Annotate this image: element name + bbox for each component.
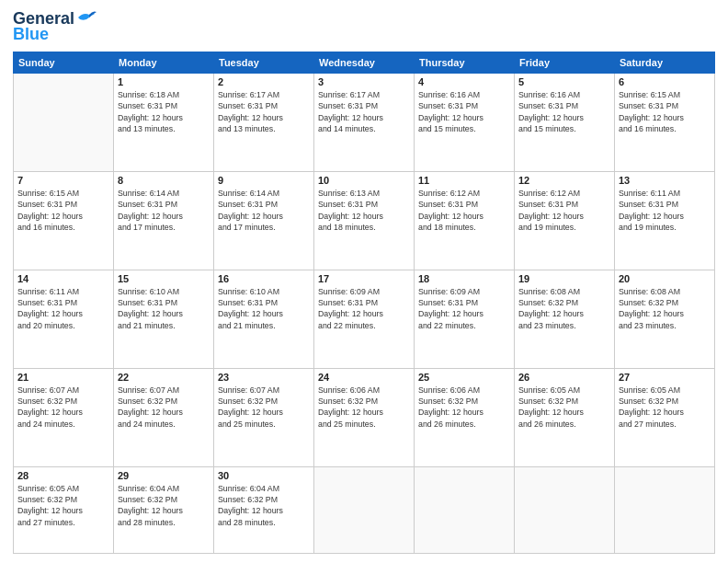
calendar-week-row-2: 14Sunrise: 6:11 AM Sunset: 6:31 PM Dayli… (14, 270, 715, 368)
calendar-header-saturday: Saturday (615, 52, 715, 74)
calendar-cell: 14Sunrise: 6:11 AM Sunset: 6:31 PM Dayli… (14, 270, 114, 368)
calendar-table: SundayMondayTuesdayWednesdayThursdayFrid… (13, 52, 715, 554)
day-info: Sunrise: 6:16 AM Sunset: 6:31 PM Dayligh… (418, 89, 510, 134)
day-info: Sunrise: 6:14 AM Sunset: 6:31 PM Dayligh… (218, 188, 310, 233)
day-number: 25 (418, 372, 510, 383)
calendar-header-tuesday: Tuesday (214, 52, 314, 74)
day-info: Sunrise: 6:09 AM Sunset: 6:31 PM Dayligh… (318, 286, 410, 331)
header: General Blue (13, 9, 715, 44)
calendar-header-friday: Friday (515, 52, 615, 74)
calendar-cell: 26Sunrise: 6:05 AM Sunset: 6:32 PM Dayli… (515, 368, 615, 466)
logo-bird-icon (76, 10, 97, 25)
day-info: Sunrise: 6:05 AM Sunset: 6:32 PM Dayligh… (17, 483, 109, 528)
calendar-cell (515, 466, 615, 553)
calendar-cell: 22Sunrise: 6:07 AM Sunset: 6:32 PM Dayli… (114, 368, 214, 466)
day-number: 2 (218, 76, 310, 87)
calendar-cell: 7Sunrise: 6:15 AM Sunset: 6:31 PM Daylig… (14, 171, 114, 270)
day-number: 18 (418, 273, 510, 284)
day-number: 29 (118, 470, 210, 481)
day-number: 4 (418, 76, 510, 87)
day-info: Sunrise: 6:16 AM Sunset: 6:31 PM Dayligh… (518, 89, 610, 134)
day-number: 24 (318, 372, 410, 383)
calendar-cell: 25Sunrise: 6:06 AM Sunset: 6:32 PM Dayli… (415, 368, 515, 466)
calendar-cell: 20Sunrise: 6:08 AM Sunset: 6:32 PM Dayli… (615, 270, 715, 368)
day-number: 12 (518, 175, 610, 186)
calendar-cell: 30Sunrise: 6:04 AM Sunset: 6:32 PM Dayli… (214, 466, 314, 553)
calendar-cell (615, 466, 715, 553)
day-number: 10 (318, 175, 410, 186)
calendar-week-row-3: 21Sunrise: 6:07 AM Sunset: 6:32 PM Dayli… (14, 368, 715, 466)
day-number: 22 (118, 372, 210, 383)
day-info: Sunrise: 6:12 AM Sunset: 6:31 PM Dayligh… (418, 188, 510, 233)
calendar-header-thursday: Thursday (415, 52, 515, 74)
calendar-header-row: SundayMondayTuesdayWednesdayThursdayFrid… (14, 52, 715, 74)
logo: General Blue (13, 9, 97, 44)
calendar-cell: 5Sunrise: 6:16 AM Sunset: 6:31 PM Daylig… (515, 74, 615, 172)
day-number: 26 (518, 372, 610, 383)
day-number: 19 (518, 273, 610, 284)
calendar-cell (314, 466, 415, 553)
day-info: Sunrise: 6:07 AM Sunset: 6:32 PM Dayligh… (118, 385, 210, 430)
calendar-cell: 10Sunrise: 6:13 AM Sunset: 6:31 PM Dayli… (314, 171, 415, 270)
day-number: 5 (518, 76, 610, 87)
day-info: Sunrise: 6:06 AM Sunset: 6:32 PM Dayligh… (418, 385, 510, 430)
calendar-cell (14, 74, 114, 172)
day-number: 3 (318, 76, 410, 87)
calendar-cell: 13Sunrise: 6:11 AM Sunset: 6:31 PM Dayli… (615, 171, 715, 270)
calendar-cell: 11Sunrise: 6:12 AM Sunset: 6:31 PM Dayli… (415, 171, 515, 270)
calendar-cell: 24Sunrise: 6:06 AM Sunset: 6:32 PM Dayli… (314, 368, 415, 466)
calendar-cell: 19Sunrise: 6:08 AM Sunset: 6:32 PM Dayli… (515, 270, 615, 368)
day-info: Sunrise: 6:17 AM Sunset: 6:31 PM Dayligh… (318, 89, 410, 134)
calendar-cell: 21Sunrise: 6:07 AM Sunset: 6:32 PM Dayli… (14, 368, 114, 466)
day-info: Sunrise: 6:10 AM Sunset: 6:31 PM Dayligh… (118, 286, 210, 331)
day-number: 6 (619, 76, 711, 87)
calendar-cell: 12Sunrise: 6:12 AM Sunset: 6:31 PM Dayli… (515, 171, 615, 270)
logo-blue: Blue (13, 25, 49, 44)
page-container: General Blue SundayMondayTuesdayWednesda… (0, 0, 728, 563)
calendar-cell: 29Sunrise: 6:04 AM Sunset: 6:32 PM Dayli… (114, 466, 214, 553)
calendar-week-row-4: 28Sunrise: 6:05 AM Sunset: 6:32 PM Dayli… (14, 466, 715, 553)
day-info: Sunrise: 6:15 AM Sunset: 6:31 PM Dayligh… (619, 89, 711, 134)
day-info: Sunrise: 6:10 AM Sunset: 6:31 PM Dayligh… (218, 286, 310, 331)
day-info: Sunrise: 6:13 AM Sunset: 6:31 PM Dayligh… (318, 188, 410, 233)
day-info: Sunrise: 6:04 AM Sunset: 6:32 PM Dayligh… (218, 483, 310, 528)
day-info: Sunrise: 6:17 AM Sunset: 6:31 PM Dayligh… (218, 89, 310, 134)
day-number: 30 (218, 470, 310, 481)
calendar-cell: 6Sunrise: 6:15 AM Sunset: 6:31 PM Daylig… (615, 74, 715, 172)
day-info: Sunrise: 6:12 AM Sunset: 6:31 PM Dayligh… (518, 188, 610, 233)
calendar-header-sunday: Sunday (14, 52, 114, 74)
day-number: 16 (218, 273, 310, 284)
day-number: 20 (619, 273, 711, 284)
calendar-cell: 17Sunrise: 6:09 AM Sunset: 6:31 PM Dayli… (314, 270, 415, 368)
day-info: Sunrise: 6:05 AM Sunset: 6:32 PM Dayligh… (619, 385, 711, 430)
day-number: 13 (619, 175, 711, 186)
day-info: Sunrise: 6:15 AM Sunset: 6:31 PM Dayligh… (17, 188, 109, 233)
day-number: 23 (218, 372, 310, 383)
day-info: Sunrise: 6:11 AM Sunset: 6:31 PM Dayligh… (17, 286, 109, 331)
calendar-week-row-1: 7Sunrise: 6:15 AM Sunset: 6:31 PM Daylig… (14, 171, 715, 270)
day-info: Sunrise: 6:09 AM Sunset: 6:31 PM Dayligh… (418, 286, 510, 331)
calendar-cell: 1Sunrise: 6:18 AM Sunset: 6:31 PM Daylig… (114, 74, 214, 172)
day-info: Sunrise: 6:04 AM Sunset: 6:32 PM Dayligh… (118, 483, 210, 528)
day-number: 1 (118, 76, 210, 87)
day-number: 21 (17, 372, 109, 383)
day-info: Sunrise: 6:06 AM Sunset: 6:32 PM Dayligh… (318, 385, 410, 430)
day-number: 9 (218, 175, 310, 186)
calendar-cell: 4Sunrise: 6:16 AM Sunset: 6:31 PM Daylig… (415, 74, 515, 172)
day-info: Sunrise: 6:14 AM Sunset: 6:31 PM Dayligh… (118, 188, 210, 233)
day-number: 27 (619, 372, 711, 383)
day-number: 8 (118, 175, 210, 186)
day-info: Sunrise: 6:08 AM Sunset: 6:32 PM Dayligh… (518, 286, 610, 331)
day-number: 28 (17, 470, 109, 481)
calendar-cell: 18Sunrise: 6:09 AM Sunset: 6:31 PM Dayli… (415, 270, 515, 368)
day-number: 17 (318, 273, 410, 284)
calendar-cell: 9Sunrise: 6:14 AM Sunset: 6:31 PM Daylig… (214, 171, 314, 270)
day-number: 7 (17, 175, 109, 186)
calendar-cell: 15Sunrise: 6:10 AM Sunset: 6:31 PM Dayli… (114, 270, 214, 368)
day-info: Sunrise: 6:07 AM Sunset: 6:32 PM Dayligh… (218, 385, 310, 430)
day-info: Sunrise: 6:08 AM Sunset: 6:32 PM Dayligh… (619, 286, 711, 331)
calendar-cell: 2Sunrise: 6:17 AM Sunset: 6:31 PM Daylig… (214, 74, 314, 172)
calendar-cell: 27Sunrise: 6:05 AM Sunset: 6:32 PM Dayli… (615, 368, 715, 466)
calendar-cell: 8Sunrise: 6:14 AM Sunset: 6:31 PM Daylig… (114, 171, 214, 270)
day-info: Sunrise: 6:18 AM Sunset: 6:31 PM Dayligh… (118, 89, 210, 134)
